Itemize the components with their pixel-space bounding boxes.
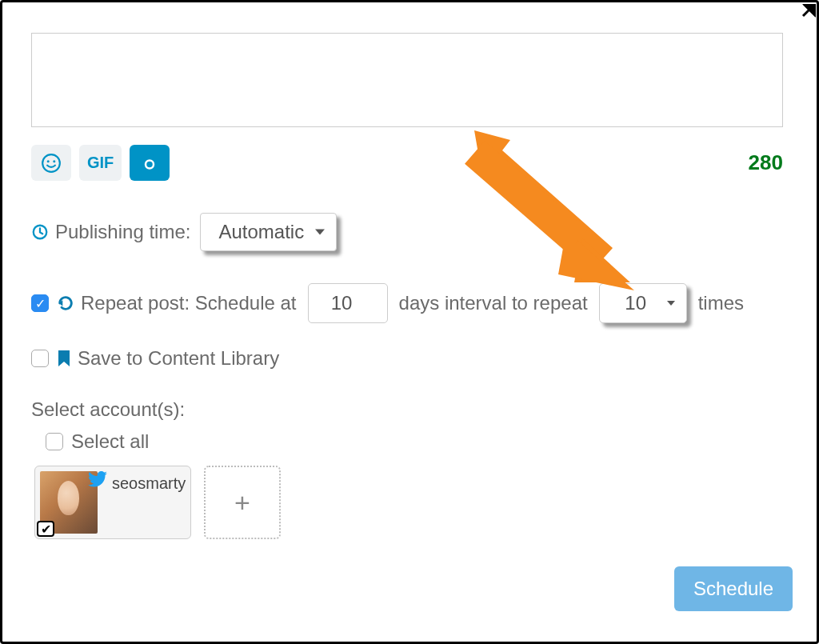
select-all-checkbox[interactable] — [46, 433, 63, 450]
select-all-label: Select all — [71, 430, 149, 453]
svg-rect-6 — [146, 154, 154, 159]
accounts-list: seosmarty ✔ + — [34, 466, 801, 539]
publishing-time-value: Automatic — [218, 221, 304, 243]
account-card[interactable]: seosmarty ✔ — [34, 466, 191, 539]
account-selected-check[interactable]: ✔ — [37, 521, 54, 537]
account-name: seosmarty — [112, 474, 186, 493]
plus-icon: + — [234, 487, 250, 518]
svg-point-2 — [42, 154, 60, 172]
repeat-label-suffix: times — [698, 292, 744, 314]
repeat-post-row: ✓ Repeat post: Schedule at days interval… — [31, 283, 801, 323]
schedule-button[interactable]: Schedule — [674, 566, 793, 611]
clock-icon — [31, 223, 49, 241]
bookmark-icon — [57, 350, 71, 367]
gif-button[interactable]: GIF — [79, 145, 122, 181]
compose-toolbar: GIF 280 — [31, 145, 783, 181]
camera-icon — [138, 154, 161, 173]
repeat-times-value: 10 — [625, 292, 646, 314]
compose-textarea[interactable] — [31, 33, 783, 127]
library-checkbox[interactable] — [31, 350, 49, 367]
accounts-heading: Select account(s): — [31, 398, 801, 421]
compose-dialog: GIF 280 Publishing time: Automatic ✓ Rep… — [0, 0, 819, 644]
svg-point-4 — [53, 160, 55, 162]
chevron-down-icon — [667, 301, 675, 306]
publishing-time-select[interactable]: Automatic — [200, 213, 337, 251]
repeat-checkbox[interactable]: ✓ — [31, 294, 49, 312]
repeat-days-input[interactable] — [308, 283, 388, 323]
content-library-row: Save to Content Library — [31, 347, 801, 370]
camera-button[interactable] — [130, 145, 170, 181]
chevron-down-icon — [315, 230, 325, 235]
repeat-label-prefix: Repeat post: Schedule at — [81, 292, 297, 314]
add-account-button[interactable]: + — [204, 466, 281, 539]
select-all-row: Select all — [46, 430, 801, 453]
repeat-times-select[interactable]: 10 — [599, 283, 687, 323]
twitter-icon — [88, 471, 107, 490]
refresh-icon — [57, 294, 74, 312]
smiley-icon — [41, 153, 62, 174]
svg-point-3 — [47, 160, 50, 162]
char-counter: 280 — [749, 150, 783, 175]
repeat-label-mid: days interval to repeat — [399, 292, 588, 314]
library-label: Save to Content Library — [78, 347, 279, 370]
emoji-button[interactable] — [31, 145, 71, 181]
expand-icon[interactable] — [800, 2, 817, 22]
publishing-time-label: Publishing time: — [55, 221, 190, 243]
publishing-time-row: Publishing time: Automatic — [31, 213, 801, 251]
